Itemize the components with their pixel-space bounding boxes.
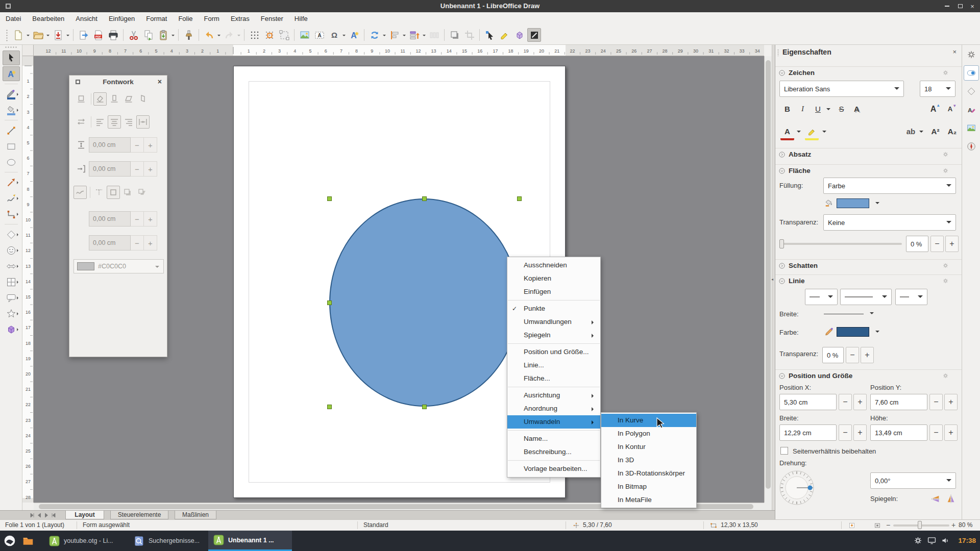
context-menu-item[interactable]: Einfügen xyxy=(507,285,600,298)
sidebar-section-header[interactable]: Linie xyxy=(775,274,962,287)
deck-gallery-icon[interactable] xyxy=(964,120,979,136)
taskbar-window-button[interactable]: youtube.otg - Li... xyxy=(44,531,127,551)
fw-rotate-icon[interactable] xyxy=(93,92,107,106)
position-x-increase-button[interactable]: + xyxy=(853,394,867,410)
line-color-swatch[interactable] xyxy=(837,327,869,337)
height-decrease-button[interactable]: − xyxy=(929,424,943,441)
sidebar-section-header[interactable]: Fläche xyxy=(775,164,962,177)
new-document-dropdown-icon[interactable] xyxy=(26,28,31,42)
arrow-style-dropdown[interactable] xyxy=(805,289,838,305)
maximize-button[interactable] xyxy=(953,0,967,12)
extrusion-toggle-icon[interactable] xyxy=(527,28,541,42)
strikethrough-button[interactable]: S xyxy=(835,102,848,116)
save-icon[interactable] xyxy=(51,28,65,42)
decrease-button[interactable]: − xyxy=(131,235,144,251)
sidebar-close-icon[interactable]: × xyxy=(952,48,957,56)
minimize-button[interactable] xyxy=(940,0,953,12)
taskbar-window-button[interactable]: Suchergebnisse... xyxy=(129,531,206,551)
deck-navigator-icon[interactable] xyxy=(964,139,979,154)
arrow-end-style-dropdown[interactable] xyxy=(895,289,927,305)
open-folder-icon[interactable] xyxy=(31,28,45,42)
position-x-decrease-button[interactable]: − xyxy=(839,394,852,410)
selection-handle[interactable] xyxy=(327,196,332,201)
gluepoints-icon[interactable] xyxy=(498,28,511,42)
highlight-color-button[interactable] xyxy=(805,124,819,140)
stars-icon[interactable] xyxy=(3,306,20,321)
context-menu-item[interactable]: Punkte✓ xyxy=(507,302,600,315)
special-character-dropdown-icon[interactable] xyxy=(341,28,347,42)
section-expand-icon[interactable] xyxy=(778,372,786,380)
underline-button[interactable]: U xyxy=(811,102,825,116)
insert-image-icon[interactable] xyxy=(298,28,311,42)
insert-fontwork-icon[interactable]: A xyxy=(347,28,361,42)
context-menu-item[interactable]: Vorlage bearbeiten... xyxy=(507,462,600,475)
vertical-scrollbar-thumb[interactable] xyxy=(766,60,771,489)
context-menu-item[interactable]: Umwandlungen xyxy=(507,315,600,329)
rectangle-icon[interactable] xyxy=(3,139,20,154)
sidebar-section-header[interactable]: Schatten xyxy=(775,259,962,271)
copy-icon[interactable] xyxy=(141,28,155,42)
section-title[interactable]: Position und Größe xyxy=(789,372,852,380)
save-dropdown-icon[interactable] xyxy=(65,28,70,42)
fontwork-spinner-field[interactable]: 0,00 cm xyxy=(89,235,131,251)
fill-transparency-increase-button[interactable]: + xyxy=(945,236,959,252)
fw-shadow-vertical-icon[interactable] xyxy=(121,186,134,199)
line-width-preview[interactable] xyxy=(824,307,864,321)
tab-first-button[interactable] xyxy=(29,512,36,519)
undo-dropdown-icon[interactable] xyxy=(216,28,222,42)
flowchart-dropdown-icon[interactable] xyxy=(17,281,20,284)
section-settings-icon[interactable] xyxy=(942,372,949,379)
menubar-item-einfügen[interactable]: Einfügen xyxy=(103,12,140,26)
line-transparency-field[interactable]: 0 % xyxy=(822,347,844,363)
flip-vertical-button[interactable] xyxy=(928,492,942,506)
section-settings-icon[interactable] xyxy=(942,151,949,158)
selected-ellipse-shape[interactable] xyxy=(329,198,519,407)
block-arrows-icon[interactable] xyxy=(3,259,20,273)
italic-button[interactable]: I xyxy=(796,102,810,116)
print-icon[interactable] xyxy=(106,28,120,42)
distribute-icon[interactable] xyxy=(427,28,441,42)
context-menu-item[interactable]: Beschreibung... xyxy=(507,445,600,459)
tab-maßlinien[interactable]: Maßlinien xyxy=(175,511,216,519)
app-menu-icon[interactable] xyxy=(3,534,16,547)
align-objects-icon[interactable] xyxy=(387,28,401,42)
fw-upright-icon[interactable] xyxy=(108,92,121,106)
fill-transparency-decrease-button[interactable]: − xyxy=(930,236,944,252)
fw-text-contour-icon[interactable] xyxy=(92,186,106,199)
fontwork-shadow-color-dropdown[interactable]: #C0C0C0 xyxy=(74,259,164,273)
increase-button[interactable]: + xyxy=(144,137,157,153)
taskbar-window-button[interactable]: Unbenannt 1 ... xyxy=(208,531,292,551)
special-character-icon[interactable]: Ω xyxy=(327,28,341,42)
rotation-dial[interactable] xyxy=(778,469,815,506)
fontwork-spinner-field[interactable]: 0,00 cm xyxy=(89,211,131,227)
fw-align-left-icon[interactable] xyxy=(93,115,107,129)
undo-icon[interactable] xyxy=(202,28,216,42)
submenu-item[interactable]: In Polygon xyxy=(601,427,696,440)
shrink-font-button[interactable]: A▼ xyxy=(945,102,959,116)
section-expand-icon[interactable] xyxy=(778,278,786,285)
fw-slant-h-icon[interactable] xyxy=(122,92,135,106)
zoom-level[interactable]: 80 % xyxy=(959,520,972,531)
font-color-button[interactable]: A xyxy=(780,124,794,140)
redo-dropdown-icon[interactable] xyxy=(236,28,241,42)
tray-settings-icon[interactable] xyxy=(913,536,923,545)
height-field[interactable]: 13,49 cm xyxy=(870,424,927,441)
callouts-dropdown-icon[interactable] xyxy=(17,296,20,299)
flip-horizontal-button[interactable] xyxy=(944,492,958,506)
curves-icon[interactable] xyxy=(3,191,20,206)
deck-styles-icon[interactable]: A xyxy=(964,102,979,117)
export-icon[interactable] xyxy=(77,28,90,42)
section-settings-icon[interactable] xyxy=(942,167,949,174)
stars-dropdown-icon[interactable] xyxy=(17,312,20,315)
fill-color-icon[interactable] xyxy=(3,103,20,117)
fill-color-swatch[interactable] xyxy=(837,198,869,208)
increase-button[interactable]: + xyxy=(144,211,157,227)
deck-gear-icon[interactable] xyxy=(964,47,979,62)
fw-shadow-slant-icon[interactable] xyxy=(135,186,149,199)
fontwork-spinner-field[interactable]: 0,00 cm xyxy=(89,137,131,153)
context-menu-item[interactable]: Fläche... xyxy=(507,372,600,385)
submenu-item[interactable]: In Kontur xyxy=(601,440,696,454)
deck-shapes-icon[interactable] xyxy=(964,84,979,99)
decrease-button[interactable]: − xyxy=(131,211,144,227)
curves-dropdown-icon[interactable] xyxy=(17,197,20,200)
